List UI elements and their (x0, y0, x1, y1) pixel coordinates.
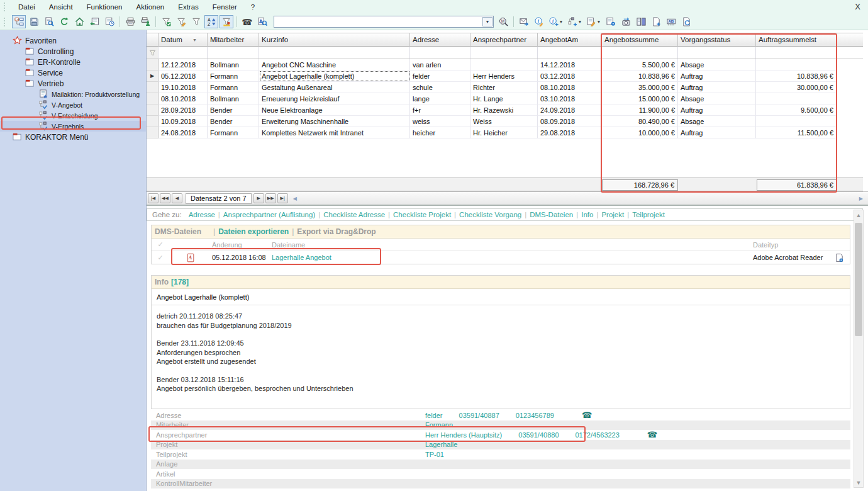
goto-link-ansprechpartner-auflistung-[interactable]: Ansprechpartner (Auflistung) (223, 211, 315, 218)
grid-col-vorgangsstatus[interactable]: Vorgangsstatus (678, 33, 756, 47)
nav-fastnext-button[interactable]: ▶▶ (265, 193, 276, 203)
table-row[interactable]: 28.09.2018BenderNeue Elektroanlagef+rHr.… (147, 104, 863, 116)
cell-angebotam[interactable]: 29.08.2018 (538, 127, 602, 138)
table-row[interactable]: 08.10.2018BollmannErneuerung Heizkreisla… (147, 93, 863, 104)
field-value-part[interactable]: 0123456789 (516, 412, 554, 419)
info-body[interactable]: detrich 20.11.2018 08:25:47brauchen das … (152, 305, 850, 409)
cell-ansprechpartner[interactable]: Hr. Lange (470, 93, 538, 104)
cell-datum[interactable]: 10.09.2018 (159, 116, 208, 127)
current-row-marker[interactable]: ▶ (147, 71, 159, 82)
cell-vorgangsstatus[interactable]: Auftrag (678, 104, 756, 116)
filter-cell-adresse[interactable] (410, 47, 470, 59)
cell-kurzinfo[interactable]: Gestaltung Außenareal (259, 82, 410, 93)
cell-vorgangsstatus[interactable]: Absage (678, 59, 756, 71)
search-document-icon[interactable] (42, 15, 56, 28)
grid-col-angebotssumme[interactable]: Angebotssumme (602, 33, 678, 47)
dms-check-icon[interactable]: ✓ (152, 254, 169, 262)
cell-mitarbeiter[interactable]: Formann (208, 71, 259, 82)
cell-angebotam[interactable]: 24.09.2018 (538, 104, 602, 116)
cell-mitarbeiter[interactable]: Bollmann (208, 93, 259, 104)
row-selector[interactable] (147, 127, 159, 138)
cell-angebotssumme[interactable]: 11.900,00 € (602, 104, 678, 116)
cell-angebotam[interactable]: 14.12.2018 (538, 59, 602, 71)
doc-add-icon[interactable] (649, 15, 663, 28)
sidebar-item-v-entscheidung[interactable]: V-Entscheidung (0, 110, 146, 121)
cell-vorgangsstatus[interactable]: Auftrag (678, 82, 756, 93)
cell-datum[interactable]: 24.08.2018 (159, 127, 208, 138)
form-import-icon[interactable] (87, 15, 101, 28)
sidebar-item-v-angebot[interactable]: V-Angebot (0, 99, 146, 110)
form-clock-icon[interactable] (103, 15, 116, 28)
cell-ansprechpartner[interactable]: Herr Henders (470, 71, 538, 82)
menu-item-datei[interactable]: Datei (11, 2, 42, 12)
vertical-scrollbar[interactable]: ▲ ▼ (854, 210, 864, 488)
cell-kurzinfo[interactable]: Angebot Lagerhalle (komplett) (259, 71, 410, 82)
sidebar-item-controlling[interactable]: Controlling (0, 46, 146, 57)
field-value-part[interactable]: TP-01 (425, 451, 444, 458)
cell-auftragssummelst[interactable]: 30.000,00 € (756, 82, 837, 93)
cell-angebotssumme[interactable]: 10.838,96 € (602, 71, 678, 82)
field-value-part[interactable]: Formann (425, 421, 453, 429)
search-dropdown-icon[interactable]: ▼ (482, 17, 492, 26)
cell-vorgangsstatus[interactable]: Auftrag (678, 71, 756, 82)
cell-mitarbeiter[interactable]: Bender (208, 116, 259, 127)
cell-ansprechpartner[interactable]: Weiss (470, 116, 538, 127)
search-user-icon[interactable] (255, 15, 269, 28)
menu-item-extras[interactable]: Extras (171, 2, 206, 12)
zoom-m-icon[interactable]: M (496, 15, 510, 28)
goto-link-info[interactable]: Info (581, 211, 593, 218)
filter-clear-icon[interactable] (189, 15, 203, 28)
grid-col-datum[interactable]: Datum▼ (159, 33, 208, 47)
ab-field-icon[interactable]: AB (664, 15, 678, 28)
grid-col-kurzinfo[interactable]: Kurzinfo (259, 33, 410, 47)
cell-auftragssummelst[interactable]: 9.500,00 € (756, 104, 837, 116)
nav-last-button[interactable]: ▶| (277, 193, 288, 203)
dms-export-link[interactable]: Dateien exportieren (218, 227, 289, 236)
table-row[interactable]: 19.10.2018FormannGestaltung Außenarealsc… (147, 82, 863, 93)
row-selector[interactable] (147, 116, 159, 127)
search-input[interactable] (274, 16, 482, 27)
goto-link-checkliste-vorgang[interactable]: Checkliste Vorgang (459, 211, 521, 218)
phone-dial-icon[interactable]: ☎ (647, 430, 657, 439)
cell-angebotssumme[interactable]: 35.000,00 € (602, 82, 678, 93)
hscroll-right-icon[interactable]: ▶ (859, 196, 863, 201)
cell-angebotam[interactable]: 03.10.2018 (538, 93, 602, 104)
cell-adresse[interactable]: schule (410, 82, 470, 93)
goto-link-checkliste-adresse[interactable]: Checkliste Adresse (323, 211, 385, 218)
menu-item-?[interactable]: ? (244, 2, 262, 12)
cell-datum[interactable]: 05.12.2018 (159, 71, 208, 82)
split-panels-icon[interactable] (634, 15, 648, 28)
cell-angebotssumme[interactable]: 10.000,00 € (602, 127, 678, 138)
file-action-icon[interactable] (828, 253, 850, 262)
mail-send-icon[interactable] (517, 15, 531, 28)
table-row[interactable]: 24.08.2018FormannKomplettes Netzwerk mit… (147, 127, 863, 138)
sidebar-item-service[interactable]: Service (0, 67, 146, 78)
cell-vorgangsstatus[interactable]: Absage (678, 93, 756, 104)
filter-cell-vorgangsstatus[interactable] (678, 47, 756, 59)
field-value-part[interactable]: 03591/40887 (459, 412, 499, 419)
cell-kurzinfo[interactable]: Angebot CNC Maschine (259, 59, 410, 71)
cell-adresse[interactable]: weiss (410, 116, 470, 127)
grid-col-auftragssummelst[interactable]: Auftragssummelst (756, 33, 837, 47)
refresh-icon[interactable] (57, 15, 71, 28)
sidebar-item-koraktor-men-[interactable]: KORAKTOR Menü (0, 132, 146, 142)
close-icon[interactable]: X (855, 2, 860, 11)
field-value-part[interactable]: Lagerhalle (425, 441, 457, 448)
cell-kurzinfo[interactable]: Erweiterung Maschinenhalle (259, 116, 410, 127)
print-icon[interactable] (123, 15, 137, 28)
scroll-up-icon[interactable]: ▲ (854, 210, 863, 220)
print-user-icon[interactable] (138, 15, 152, 28)
cell-mitarbeiter[interactable]: Bollmann (208, 59, 259, 71)
doc-history-icon[interactable] (679, 15, 693, 28)
form-settings-icon[interactable] (604, 15, 618, 28)
scroll-down-icon[interactable]: ▼ (854, 478, 863, 487)
nav-prev-button[interactable]: ◀ (172, 193, 182, 203)
cell-adresse[interactable]: van arlen (410, 59, 470, 71)
dms-col-aenderung[interactable]: Änderung (212, 241, 272, 249)
camera-refresh-icon[interactable] (619, 15, 633, 28)
cell-adresse[interactable]: heicher (410, 127, 470, 138)
sidebar-item-favoriten[interactable]: Favoriten (0, 35, 146, 46)
dms-col-dateityp[interactable]: Dateityp (753, 241, 828, 249)
dms-col-dateiname[interactable]: Dateiname (272, 241, 753, 249)
goto-link-adresse[interactable]: Adresse (189, 211, 215, 218)
